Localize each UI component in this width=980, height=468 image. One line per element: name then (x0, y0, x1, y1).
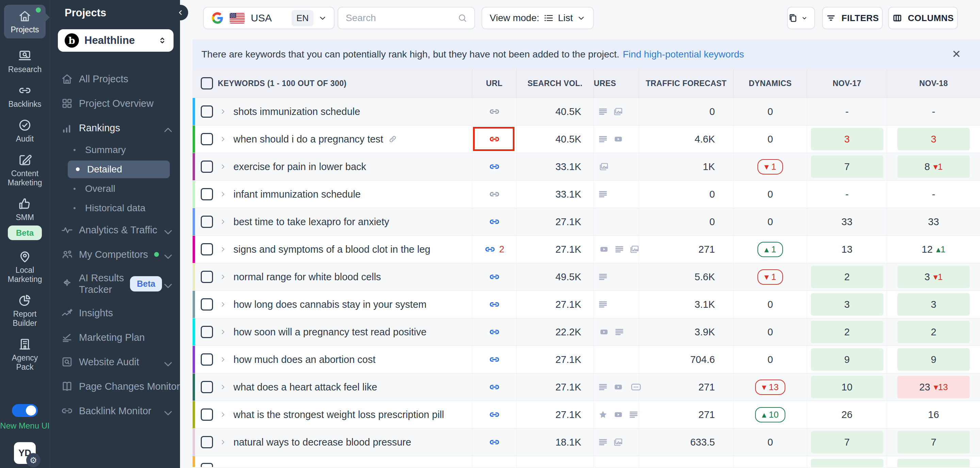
row-checkbox[interactable] (201, 381, 213, 393)
copy-button[interactable] (787, 7, 815, 29)
new-menu-toggle[interactable] (12, 404, 38, 417)
columns-button[interactable]: COLUMNS (888, 7, 958, 29)
sidebar-item-label: My Competitors (79, 249, 148, 260)
url-link-icon[interactable] (488, 326, 500, 338)
search-input[interactable] (345, 12, 457, 24)
header-label: TRAFFIC FORECAST (646, 79, 727, 88)
sidebar-subitem-summary[interactable]: Summary (50, 140, 180, 160)
url-link-icon[interactable] (488, 189, 500, 200)
row-checkbox[interactable] (201, 436, 213, 448)
expand-row-icon[interactable] (219, 438, 227, 446)
sidebar-item-website-audit[interactable]: Website Audit (50, 350, 180, 374)
sidebar-subitem-overall[interactable]: Overall (50, 179, 180, 198)
expand-row-icon[interactable] (219, 135, 227, 143)
expand-row-icon[interactable] (219, 273, 227, 281)
sidebar-item-rankings[interactable]: Rankings (50, 116, 180, 140)
search-engine-selector[interactable]: USA EN (203, 7, 334, 29)
sidebar-subitem-historical-data[interactable]: Historical data (50, 198, 180, 218)
sidebar-item-marketing-plan[interactable]: Marketing Plan (50, 325, 180, 350)
keyword-text[interactable]: how long does cannabis stay in your syst… (234, 299, 426, 310)
banner-link[interactable]: Find high-potential keywords (623, 49, 744, 60)
expand-row-icon[interactable] (219, 301, 227, 308)
expand-row-icon[interactable] (219, 190, 227, 198)
sidebar-item-page-changes-monitor[interactable]: Page Changes Monitor (50, 374, 180, 398)
url-link-icon[interactable] (488, 216, 500, 228)
row-checkbox[interactable] (201, 105, 213, 118)
expand-row-icon[interactable] (219, 411, 227, 418)
rail-item-audit[interactable]: Audit (16, 118, 34, 144)
row-checkbox[interactable] (201, 133, 213, 145)
expand-row-icon[interactable] (219, 246, 227, 253)
row-checkbox[interactable] (201, 160, 213, 173)
rail-item-local-marketing[interactable]: LocalMarketing (8, 249, 42, 284)
keyword-text[interactable]: when should i do a pregnancy test (234, 134, 383, 145)
sidebar-item-label: Insights (79, 307, 113, 319)
rail-item-agency-pack[interactable]: AgencyPack (12, 337, 38, 372)
keyword-text[interactable]: how soon will a pregnancy test read posi… (234, 327, 426, 338)
expand-row-icon[interactable] (219, 356, 227, 363)
row-checkbox[interactable] (201, 271, 213, 283)
rail-item-report-builder[interactable]: ReportBuilder (13, 293, 37, 328)
keyword-text[interactable]: exercise for pain in lower back (234, 161, 366, 173)
expand-row-icon[interactable] (219, 163, 227, 170)
expand-row-icon[interactable] (219, 383, 227, 391)
keyword-text[interactable]: shots immunization schedule (234, 106, 360, 117)
close-icon[interactable]: ✕ (952, 48, 961, 60)
sidebar-item-backlink-monitor[interactable]: Backlink Monitor (50, 398, 180, 423)
keyword-cell: how much does an abortion cost (192, 346, 472, 373)
view-mode-selector[interactable]: View mode: List (482, 7, 594, 29)
expand-row-icon[interactable] (219, 328, 227, 336)
filters-button[interactable]: FILTERS (822, 7, 883, 29)
expand-row-icon[interactable] (219, 218, 227, 225)
row-checkbox[interactable] (201, 408, 213, 421)
keyword-text[interactable]: infant immunization schedule (234, 189, 361, 200)
rail-item-content-marketing[interactable]: ContentMarketing (8, 153, 42, 187)
url-link-icon[interactable] (488, 354, 500, 365)
url-link-icon[interactable] (484, 244, 496, 255)
header-label: DYNAMICS (749, 79, 792, 88)
row-checkbox[interactable] (201, 326, 213, 338)
dynamics-cell: ▾ 13 (733, 373, 807, 401)
url-link-icon[interactable] (488, 436, 500, 448)
language-chip[interactable]: EN (292, 10, 313, 26)
search-box[interactable] (337, 7, 475, 29)
row-checkbox[interactable] (201, 463, 213, 467)
sidebar-item-all-projects[interactable]: All Projects (50, 67, 180, 91)
url-link-icon[interactable] (488, 409, 500, 420)
sidebar-item-my-competitors[interactable]: My Competitors (50, 242, 180, 267)
dynamics-badge: ▾ 1 (757, 159, 783, 175)
keyword-text[interactable]: signs and symptoms of a blood clot in th… (234, 244, 430, 255)
url-link-icon[interactable] (488, 271, 500, 282)
sidebar-item-project-overview[interactable]: Project Overview (50, 91, 180, 116)
keyword-text[interactable]: best time to take lexapro for anxiety (234, 216, 389, 228)
sidebar-subitem-detailed[interactable]: Detailed (50, 160, 180, 179)
sidebar-collapse-button[interactable] (172, 5, 188, 21)
row-checkbox[interactable] (201, 298, 213, 311)
snippet-icon (614, 244, 624, 254)
rail-item-projects[interactable]: Projects (4, 5, 46, 38)
keywords-table: KEYWORDS (1 - 100 OUT OF 300) URL SEARCH… (192, 69, 980, 467)
rail-item-research[interactable]: Research (8, 49, 41, 74)
expand-row-icon[interactable] (219, 108, 227, 115)
project-selector[interactable]: b Healthline (58, 29, 173, 52)
row-checkbox[interactable] (201, 216, 213, 228)
keyword-text[interactable]: what is the strongest weight loss prescr… (234, 409, 444, 420)
rail-item-smm[interactable]: SMM Beta (8, 197, 42, 240)
select-all-checkbox[interactable] (201, 77, 213, 89)
keyword-text[interactable]: normal range for white blood cells (234, 271, 381, 282)
gear-icon[interactable]: ⚙ (26, 453, 40, 467)
sidebar-item-ai-results-tracker[interactable]: AI ResultsTracker Beta (50, 267, 180, 301)
url-link-icon[interactable] (488, 381, 500, 393)
row-checkbox[interactable] (201, 188, 213, 200)
sidebar-item-insights[interactable]: Insights (50, 301, 180, 325)
row-checkbox[interactable] (201, 243, 213, 255)
url-link-icon[interactable] (488, 161, 500, 173)
keyword-text[interactable]: what does a heart attack feel like (234, 382, 377, 393)
row-checkbox[interactable] (201, 354, 213, 366)
keyword-text[interactable]: natural ways to decrease blood pressure (234, 437, 411, 448)
rail-item-backlinks[interactable]: Backlinks (8, 83, 41, 109)
keyword-text[interactable]: how much does an abortion cost (234, 354, 375, 365)
url-link-icon[interactable] (488, 106, 500, 117)
sidebar-item-analytics-traffic[interactable]: Analytics & Traffic (50, 218, 180, 242)
url-link-icon[interactable] (488, 298, 500, 310)
